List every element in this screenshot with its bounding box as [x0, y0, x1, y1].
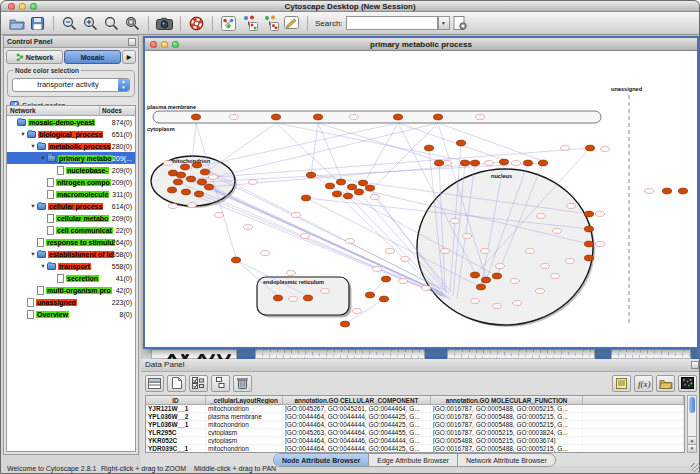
- network-node[interactable]: [271, 114, 280, 120]
- select-attributes-button[interactable]: [145, 375, 164, 392]
- tree-row-nitrogen-compo[interactable]: nitrogen compo209(0): [7, 176, 135, 188]
- attribute-table[interactable]: ID_cellularLayoutRegionannotation.GO CEL…: [145, 395, 685, 453]
- background-window-edge[interactable]: [237, 349, 255, 359]
- network-node[interactable]: [325, 183, 334, 189]
- network-node[interactable]: [678, 188, 687, 194]
- network-node[interactable]: [340, 321, 349, 327]
- zoom-out-button[interactable]: [59, 13, 80, 33]
- background-window-thumbnail[interactable]: [447, 349, 595, 359]
- network-node[interactable]: [303, 295, 312, 301]
- column-header-empty[interactable]: [583, 396, 684, 404]
- tree-row-nucleobase[interactable]: nucleobase-209(0): [7, 164, 135, 176]
- background-window-thumbnail[interactable]: [611, 349, 691, 359]
- scroll-up-button[interactable]: ▲: [688, 436, 696, 444]
- tree-row-cellular-metabo[interactable]: cellular metabo209(0): [7, 212, 135, 224]
- network-canvas[interactable]: plasma membranecytoplasmmitochondrionnuc…: [145, 51, 697, 347]
- network-node[interactable]: [180, 164, 189, 170]
- column-header-id[interactable]: ID: [146, 396, 206, 404]
- network-node[interactable]: [365, 292, 374, 298]
- tree-row-response-to-stimulu[interactable]: response to stimulu264(0): [7, 236, 135, 248]
- help-button[interactable]: [186, 13, 207, 33]
- create-attribute-button[interactable]: [167, 375, 186, 392]
- network-node[interactable]: [481, 277, 490, 283]
- tree-row-establishment-of-lo[interactable]: ▼establishment of lo558(0): [7, 248, 135, 260]
- network-node[interactable]: [313, 114, 322, 120]
- table-row-ylr295c[interactable]: YLR295Ccytoplasm[GO:0045263, GO:0044464,…: [146, 429, 684, 437]
- expand-arrow-icon[interactable]: ▼: [39, 263, 47, 269]
- unselect-all-attributes-button[interactable]: [211, 375, 230, 392]
- network-node[interactable]: [379, 296, 388, 302]
- network-node[interactable]: [476, 284, 485, 290]
- background-window-fragment[interactable]: [151, 349, 237, 359]
- network-node[interactable]: [343, 193, 352, 199]
- expand-arrow-icon[interactable]: ▼: [29, 251, 37, 257]
- network-node[interactable]: [173, 179, 182, 185]
- network-node[interactable]: [584, 255, 593, 261]
- network-node[interactable]: [499, 159, 508, 165]
- tree-row-cellular-process[interactable]: ▼cellular process614(0): [7, 200, 135, 212]
- zoom-selected-button[interactable]: [101, 13, 122, 33]
- tree-row-transport[interactable]: ▼transport558(0): [7, 260, 135, 272]
- function-builder-button[interactable]: f(x): [634, 375, 653, 392]
- network-node[interactable]: [336, 179, 345, 185]
- select-all-attributes-button[interactable]: [189, 375, 208, 392]
- network-node[interactable]: [347, 184, 356, 190]
- tree-row-macromolecule[interactable]: macromolecule311(0): [7, 188, 135, 200]
- background-window-edge[interactable]: [691, 349, 699, 359]
- table-row-ydr039c-1[interactable]: YDR039C__1mitochondrion[GO:0044464, GO:0…: [146, 445, 684, 453]
- expand-arrow-icon[interactable]: ▼: [19, 131, 27, 137]
- network-node[interactable]: [470, 160, 479, 166]
- network-node[interactable]: [523, 160, 532, 166]
- network-node[interactable]: [492, 273, 501, 279]
- table-row-ykr052c[interactable]: YKR052Ccytoplasm[GO:0044464, GO:0044446,…: [146, 437, 684, 445]
- expand-arrow-icon[interactable]: ▼: [29, 203, 37, 209]
- column-header-annotation-go-molecular-function[interactable]: annotation.GO MOLECULAR_FUNCTION: [431, 396, 583, 404]
- tree-row-multi-organism-pro[interactable]: multi-organism pro42(0): [7, 284, 135, 296]
- scroll-down-button[interactable]: ▼: [688, 444, 696, 452]
- network-node[interactable]: [470, 272, 479, 278]
- network-node[interactable]: [332, 191, 341, 197]
- network-node[interactable]: [662, 188, 671, 194]
- search-input[interactable]: [346, 16, 438, 30]
- minimize-button[interactable]: [161, 41, 168, 48]
- layout-nodes-button[interactable]: [239, 13, 260, 33]
- attribute-editor-button[interactable]: [612, 375, 631, 392]
- zoom-in-button[interactable]: [80, 13, 101, 33]
- tab-network[interactable]: Network: [6, 50, 63, 64]
- tab-overflow-arrow[interactable]: ▶: [122, 50, 136, 64]
- network-node[interactable]: [584, 211, 593, 217]
- network-node[interactable]: [358, 180, 367, 186]
- float-panel-icon[interactable]: [691, 361, 699, 369]
- zoom-window-button[interactable]: [30, 3, 37, 10]
- network-node[interactable]: [538, 160, 547, 166]
- network-node[interactable]: [381, 276, 390, 282]
- tree-row-secretion[interactable]: secretion41(0): [7, 272, 135, 284]
- tree-column-network[interactable]: Network: [7, 106, 99, 115]
- network-window-titlebar[interactable]: primary metabolic process: [145, 38, 697, 51]
- tree-row-mosaic-demo-yeast[interactable]: mosaic-demo-yeast874(0): [7, 116, 135, 128]
- tree-row-primary-metabo[interactable]: ▼primary metabo209(...: [7, 152, 135, 164]
- network-node[interactable]: [186, 176, 195, 182]
- network-node[interactable]: [167, 187, 176, 193]
- network-node[interactable]: [176, 172, 185, 178]
- tree-row-overview[interactable]: Overview8(0): [7, 308, 135, 320]
- network-node[interactable]: [273, 295, 282, 301]
- tree-row-metabolic-process[interactable]: ▼metabolic process280(0): [7, 140, 135, 152]
- tree-row-cell-communicat[interactable]: cell communicat22(0): [7, 224, 135, 236]
- expand-arrow-icon[interactable]: ▼: [29, 143, 37, 149]
- network-node[interactable]: [204, 184, 213, 190]
- zoom-fit-button[interactable]: [122, 13, 143, 33]
- node-color-attribute-select[interactable]: transporter activity ▲▼: [12, 78, 130, 92]
- resize-grip[interactable]: [691, 463, 700, 472]
- vizmapper-button[interactable]: [218, 13, 239, 33]
- background-window-edge[interactable]: [595, 349, 611, 359]
- network-node[interactable]: [191, 114, 200, 120]
- matrix-view-button[interactable]: [678, 375, 697, 392]
- column-header-cellularlayoutregion[interactable]: _cellularLayoutRegion: [206, 396, 283, 404]
- table-row-ypl036w-1[interactable]: YPL036W__1mitochondrion[GO:0044464, GO:0…: [146, 421, 684, 429]
- network-node[interactable]: [456, 140, 465, 146]
- network-node[interactable]: [460, 160, 469, 166]
- minimize-button[interactable]: [19, 3, 26, 10]
- network-node[interactable]: [584, 226, 593, 232]
- save-session-button[interactable]: [27, 13, 48, 33]
